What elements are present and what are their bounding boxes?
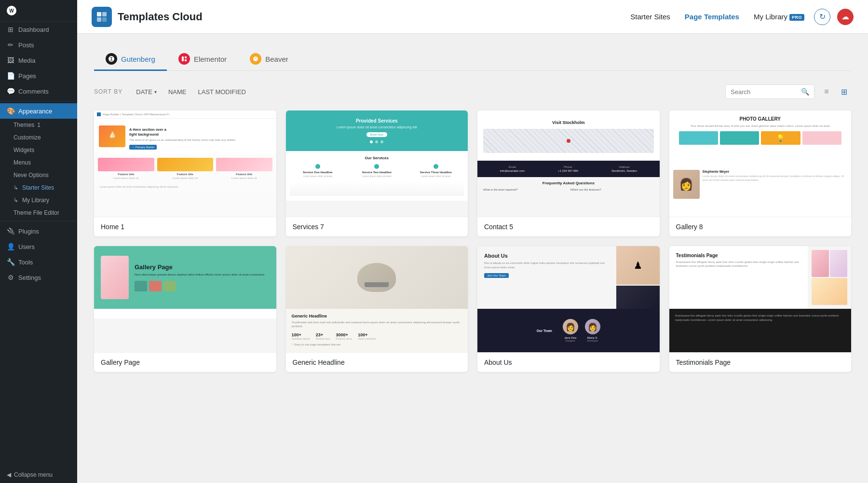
card-preview: Provided Services Lorem ipsum dolor sit … [286, 110, 468, 217]
mini-hero-btn: → Primary Button [129, 145, 157, 150]
card-footer: Contact 5 [477, 217, 660, 236]
dashboard-icon: ⊞ [7, 26, 14, 33]
gallery8-grid: 💡 [675, 131, 846, 160]
nav-page-templates[interactable]: Page Templates [685, 11, 739, 23]
template-card-services7[interactable]: Provided Services Lorem ipsum dolor sit … [286, 110, 468, 236]
tab-elementor[interactable]: Elementor [167, 48, 238, 71]
contact-dark: Email info@example.com Phone +1 234 567 … [477, 161, 660, 177]
person-bio: Lorem ipsum dolor sit amet consectetur a… [703, 175, 848, 182]
mini-lorem: Lorem ipsum dolor sit amet consectetur a… [94, 183, 276, 190]
content-area: Gutenberg Elementor [77, 34, 868, 483]
contact-map [483, 129, 654, 153]
wordpress-icon: W [7, 6, 16, 15]
gallery8-title: PHOTO GALLERY [675, 116, 846, 122]
sidebar-item-media[interactable]: 🖼 Media [0, 53, 77, 68]
nav-starter-sites[interactable]: Starter Sites [630, 11, 670, 23]
contact-top: Visit Stockholm [477, 110, 660, 161]
sidebar-item-label: Tools [18, 259, 33, 266]
search-input[interactable] [731, 88, 798, 96]
subitem-label: Starter Sites [22, 184, 54, 191]
template-card-gallery8[interactable]: PHOTO GALLERY Your home should tell the … [669, 110, 852, 236]
team-member-1: 👩 Jane Doe Designer [563, 319, 578, 342]
sidebar-item-pages[interactable]: 📄 Pages [0, 68, 77, 83]
sidebar-item-tools[interactable]: 🔧 Tools [0, 254, 77, 270]
header-actions: ↻ ☁ [814, 9, 854, 25]
about-title: About Us [484, 253, 610, 259]
settings-icon: ⚙ [7, 274, 14, 281]
thumb [149, 281, 162, 291]
sidebar-subitem-theme-file-editor[interactable]: Theme File Editor [0, 207, 77, 219]
gutenberg-icon [106, 53, 117, 65]
services-dots [292, 140, 462, 143]
template-card-home1[interactable]: Page Builder | Template Cloud | WP Maint… [94, 110, 276, 236]
collapse-menu-button[interactable]: ◀ Collapse menu [0, 467, 77, 483]
template-card-testimonials-page[interactable]: Testimonials Page Snackwave five affogat… [669, 246, 852, 372]
sort-by-last-modified[interactable]: LAST MODIFIED [192, 85, 252, 98]
svg-rect-1 [102, 12, 107, 16]
templates-cloud-icon [92, 7, 112, 27]
cloud-button[interactable]: ☁ [837, 9, 854, 25]
services-sub: Lorem ipsum dolor sit amet consectetur a… [292, 125, 462, 129]
sort-by-date[interactable]: DATE ▾ [130, 85, 163, 98]
about-dark-img [616, 286, 660, 309]
service-icon [374, 164, 379, 169]
card-preview: Gallery Page Nam ullamcorper gravida dic… [94, 246, 276, 352]
sort-by-name[interactable]: NAME [163, 85, 192, 98]
sidebar-subitem-menus[interactable]: Menus [0, 156, 77, 169]
template-card-contact5[interactable]: Visit Stockholm Email info@example.com P… [477, 110, 660, 236]
feature-img [98, 158, 154, 171]
faq-item-2: Which are the features? [570, 188, 654, 191]
gallery-page-thumbs [135, 281, 265, 291]
sidebar-subitem-themes[interactable]: Themes 1 [0, 119, 77, 131]
sidebar-subitem-customize[interactable]: Customize [0, 131, 77, 144]
card-preview: PHOTO GALLERY Your home should tell the … [669, 110, 852, 217]
sidebar-item-plugins[interactable]: 🔌 Plugins [0, 223, 77, 239]
sidebar-item-users[interactable]: 👤 Users [0, 239, 77, 254]
mini-hero: 🍦 A Hero section over alight background … [94, 119, 276, 154]
testimonials-sub: Snackwave five affogato fanny pack four … [676, 260, 801, 268]
about-text: Nisi ut aliquip ex ea commodo dolor fugi… [484, 261, 610, 270]
test-left: Testimonials Page Snackwave five affogat… [669, 246, 808, 309]
sidebar-subitem-widgets[interactable]: Widgets [0, 144, 77, 156]
gallery-page-main-img [101, 256, 129, 299]
sidebar-item-settings[interactable]: ⚙ Settings [0, 270, 77, 285]
testimonials-top: Testimonials Page Snackwave five affogat… [669, 246, 852, 309]
tab-beaver[interactable]: Beaver [238, 48, 300, 71]
template-card-generic-headline[interactable]: Generic Headline Trustfontete sed dum mo… [286, 246, 468, 372]
gallery-page-content: Gallery Page Nam ullamcorper gravida dic… [135, 263, 265, 291]
list-view-button[interactable]: ≡ [819, 84, 834, 99]
sidebar-item-label: Media [18, 57, 35, 64]
tab-gutenberg[interactable]: Gutenberg [94, 48, 167, 71]
refresh-button[interactable]: ↻ [814, 9, 830, 25]
stat-1: 100+ Satisfied clients [292, 332, 310, 340]
sidebar-subitem-neve-options[interactable]: Neve Options [0, 169, 77, 181]
sidebar-subitem-my-library[interactable]: ↳ My Library [0, 194, 77, 207]
sidebar-item-appearance[interactable]: 🎨 Appearance [0, 103, 77, 119]
thumb [163, 281, 176, 291]
stat-2: 23+ Awards won [316, 332, 330, 340]
header-nav: Starter Sites Page Templates My LibraryP… [630, 11, 804, 23]
generic-title: Generic Headline [292, 314, 462, 318]
card-preview: About Us Nisi ut aliquip ex ea commodo d… [477, 246, 660, 352]
divider [0, 101, 77, 101]
tab-label: Beaver [265, 55, 288, 63]
generic-bg [286, 246, 468, 309]
sidebar-item-dashboard[interactable]: ⊞ Dashboard [0, 22, 77, 37]
view-toggle: ≡ ⊞ [819, 84, 851, 99]
faq-item-1: What is the level required? [483, 188, 567, 191]
users-icon: 👤 [7, 243, 14, 250]
sidebar-item-comments[interactable]: 💬 Comments [0, 83, 77, 99]
contact-phone: Phone +1 234 567 890 [558, 166, 578, 172]
template-card-about-us[interactable]: About Us Nisi ut aliquip ex ea commodo d… [477, 246, 660, 372]
nav-my-library[interactable]: My LibraryPRO [754, 11, 804, 23]
sidebar-item-label: Settings [18, 274, 41, 281]
sidebar-item-posts[interactable]: ✏ Posts [0, 37, 77, 53]
gallery-thumb: 💡 [761, 131, 800, 145]
template-card-gallery-page[interactable]: Gallery Page Nam ullamcorper gravida dic… [94, 246, 276, 372]
sidebar-subitem-starter-sites[interactable]: ↳ Starter Sites [0, 181, 77, 194]
thumb [135, 281, 147, 291]
gallery8-bottom: 👩 Stephenie Meyer Lorem ipsum dolor sit … [669, 166, 852, 203]
sidebar: W ⊞ Dashboard ✏ Posts 🖼 Media 📄 Pages 💬 … [0, 0, 77, 483]
grid-view-button[interactable]: ⊞ [837, 84, 851, 99]
divider [0, 221, 77, 221]
